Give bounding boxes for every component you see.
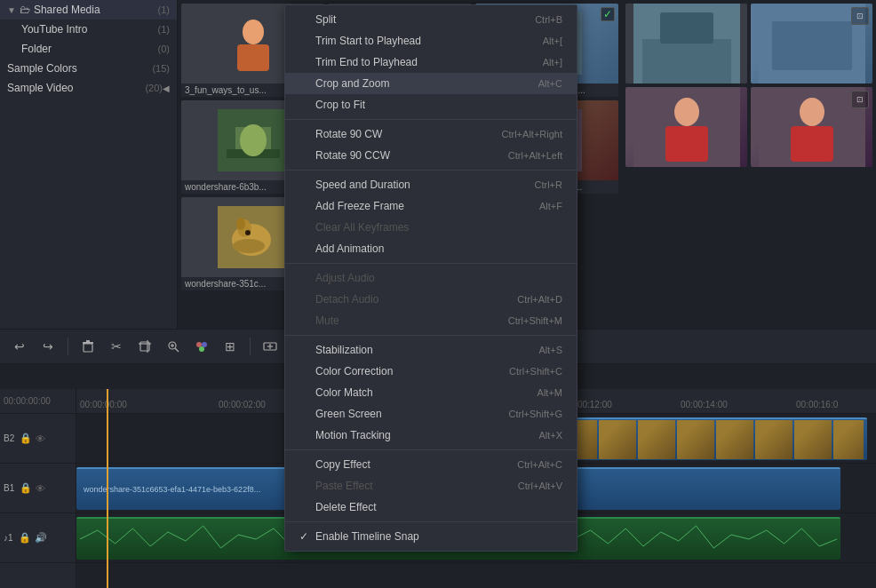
svg-rect-25 <box>660 12 713 44</box>
media-thumb-right1[interactable] <box>625 4 747 83</box>
svg-point-29 <box>674 98 699 126</box>
undo-button[interactable]: ↩ <box>7 334 32 359</box>
sidebar-item-folder[interactable]: Folder (0) <box>0 39 177 59</box>
crop-button[interactable] <box>132 334 157 359</box>
svg-rect-35 <box>83 342 93 344</box>
color-button[interactable] <box>189 334 214 359</box>
track-a1-volume-icon[interactable]: 🔊 <box>35 532 47 544</box>
ruler-mark-0: 00:00:00:00 <box>80 400 127 409</box>
track-b1-label: B1 <box>4 483 14 493</box>
ruler-mark-1: 00:00:02:00 <box>219 400 266 409</box>
timeline-track-labels: 00:00:00:00 B2 🔒 👁 B1 🔒 👁 ♪1 🔒 🔊 <box>0 389 76 588</box>
folder-icon: 🗁 <box>20 4 30 16</box>
ruler-mark-6: 00:00:16:0 <box>796 400 838 409</box>
ctx-add-animation[interactable]: Add Animation <box>285 238 577 259</box>
track-b2-eye-icon[interactable]: 👁 <box>36 433 45 444</box>
toolbar-separator-2 <box>250 338 251 355</box>
svg-point-44 <box>196 342 202 347</box>
svg-line-41 <box>175 348 179 352</box>
ctx-separator-2 <box>285 170 577 171</box>
ctx-separator-3 <box>285 263 577 264</box>
svg-rect-36 <box>86 340 90 342</box>
svg-point-21 <box>245 230 251 235</box>
sidebar-item-label: Folder <box>21 43 155 55</box>
toolbar-separator <box>68 338 68 355</box>
track-label-b1: B1 🔒 👁 <box>0 464 76 513</box>
ctx-color-match[interactable]: Color Match Alt+M <box>285 382 577 403</box>
sidebar-item-label: Shared Media <box>34 4 155 16</box>
track-a1-lock-icon[interactable]: 🔒 <box>19 532 31 544</box>
svg-point-20 <box>236 218 245 230</box>
track-a1-label: ♪1 <box>4 533 13 543</box>
zoom-button[interactable] <box>161 334 186 359</box>
ruler-mark-5: 00:00:14:00 <box>681 400 728 409</box>
ctx-separator-1 <box>285 119 577 120</box>
ctx-adjust-audio: Adjust Audio <box>285 267 577 289</box>
ctx-trim-start[interactable]: Trim Start to Playhead Alt+[ <box>285 30 577 52</box>
ctx-crop-fit[interactable]: Crop to Fit <box>285 94 577 115</box>
playhead[interactable] <box>107 389 108 588</box>
sidebar-item-count: (20) <box>145 83 163 93</box>
track-b1-lock-icon[interactable]: 🔒 <box>20 482 32 494</box>
timeline-time-label: 00:00:00:00 <box>4 396 51 406</box>
cut-button[interactable]: ✂ <box>104 334 129 359</box>
ctx-separator-4 <box>285 335 577 336</box>
ctx-detach-audio: Detach Audio Ctrl+Alt+D <box>285 289 577 310</box>
ctx-crop-zoom[interactable]: Crop and Zoom Alt+C <box>285 73 577 94</box>
ctx-motion-tracking[interactable]: Motion Tracking Alt+X <box>285 425 577 446</box>
track-label-a1: ♪1 🔒 🔊 <box>0 513 76 563</box>
sidebar-item-label: Sample Colors <box>7 62 148 75</box>
sidebar-item-count: (1) <box>158 4 170 15</box>
delete-button[interactable] <box>76 334 100 359</box>
right-media-panel: ⊡ ⊡ <box>622 0 876 329</box>
ctx-rotate-ccw[interactable]: Rotate 90 CCW Ctrl+Alt+Left <box>285 145 577 166</box>
ctx-split[interactable]: Split Ctrl+B <box>285 9 577 30</box>
ctx-trim-end[interactable]: Trim End to Playhead Alt+] <box>285 52 577 73</box>
left-panel: ▼ 🗁 Shared Media (1) YouTube Intro (1) F… <box>0 0 178 329</box>
track-clip-b2[interactable] <box>556 417 867 460</box>
svg-rect-34 <box>84 344 92 352</box>
layout-button[interactable]: ⊞ <box>218 334 243 359</box>
sidebar-item-count: (1) <box>158 24 170 35</box>
context-menu: Split Ctrl+B Trim Start to Playhead Alt+… <box>284 4 577 552</box>
sidebar-item-label: YouTube Intro <box>21 23 155 36</box>
track-b2-label: B2 <box>4 433 14 443</box>
svg-point-22 <box>233 239 265 253</box>
sidebar-item-youtube-intro[interactable]: YouTube Intro (1) <box>0 20 177 39</box>
ctx-color-correction[interactable]: Color Correction Ctrl+Shift+C <box>285 361 577 382</box>
playhead-triangle <box>102 389 113 391</box>
sidebar-item-label: Sample Video <box>7 82 141 94</box>
media-thumb-right2[interactable]: ⊡ <box>751 4 872 83</box>
collapse-arrow-icon: ◀ <box>163 83 170 93</box>
svg-rect-1 <box>237 44 269 71</box>
svg-point-45 <box>202 342 207 347</box>
ctx-separator-6 <box>285 521 577 522</box>
svg-point-0 <box>243 20 264 44</box>
media-thumb-right3[interactable] <box>625 87 747 167</box>
ctx-green-screen[interactable]: Green Screen Ctrl+Shift+G <box>285 403 577 425</box>
media-check-overlay: ✓ <box>601 7 615 21</box>
track-b1-eye-icon[interactable]: 👁 <box>36 483 45 494</box>
media-thumb-right4[interactable]: ⊡ <box>751 87 872 167</box>
svg-rect-30 <box>665 126 708 162</box>
ctx-enable-snap[interactable]: ✓ Enable Timeline Snap <box>285 526 577 547</box>
redo-button[interactable]: ↪ <box>36 334 60 359</box>
sidebar-item-sample-colors[interactable]: Sample Colors (15) <box>0 59 177 78</box>
track-label-b2: B2 🔒 👁 <box>0 414 76 464</box>
sidebar-item-shared-media[interactable]: ▼ 🗁 Shared Media (1) <box>0 0 177 20</box>
ctx-separator-5 <box>285 449 577 450</box>
ctx-speed-duration[interactable]: Speed and Duration Ctrl+R <box>285 174 577 195</box>
sidebar-item-sample-video[interactable]: Sample Video (20) ◀ <box>0 78 177 98</box>
ctx-add-freeze[interactable]: Add Freeze Frame Alt+F <box>285 195 577 217</box>
ctx-clear-keyframes: Clear All Keyframes <box>285 217 577 238</box>
track-b2-lock-icon[interactable]: 🔒 <box>20 433 32 444</box>
ctx-rotate-cw[interactable]: Rotate 90 CW Ctrl+Alt+Right <box>285 123 577 145</box>
add-video-track-button[interactable] <box>258 334 283 359</box>
sidebar-item-count: (0) <box>158 44 170 54</box>
ctx-copy-effect[interactable]: Copy Effect Ctrl+Alt+C <box>285 454 577 475</box>
sidebar-item-count: (15) <box>152 63 170 74</box>
ctx-mute: Mute Ctrl+Shift+M <box>285 310 577 331</box>
ctx-stabilization[interactable]: Stabilization Alt+S <box>285 339 577 361</box>
ctx-delete-effect[interactable]: Delete Effect <box>285 497 577 518</box>
ctx-paste-effect: Paste Effect Ctrl+Alt+V <box>285 475 577 497</box>
